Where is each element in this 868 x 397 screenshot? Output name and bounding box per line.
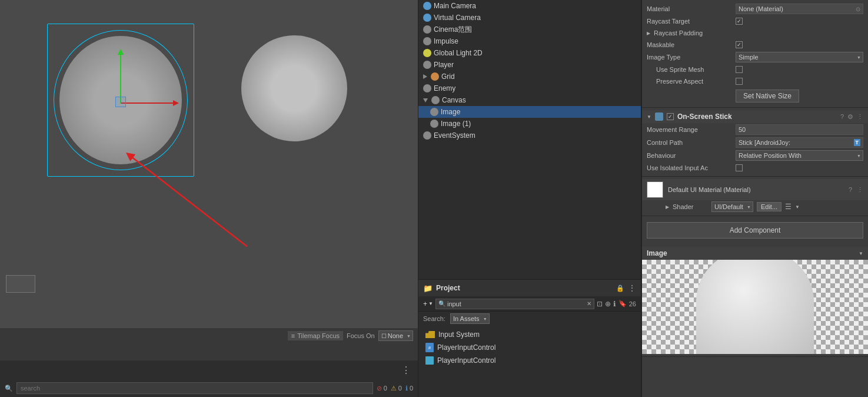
collapse-icon	[423, 98, 428, 102]
preserve-aspect-label: Preserve Aspect	[647, 78, 732, 85]
component-icon	[655, 113, 663, 121]
lock-icon[interactable]: 🔒	[616, 284, 624, 292]
more-icon[interactable]: ⋮	[857, 113, 863, 121]
camera-icon	[423, 14, 431, 22]
camera-icon	[423, 2, 431, 10]
project-search-value: input	[447, 300, 587, 307]
scene-panel: ≡ Tilemap Focus Focus On ☐ None ⋮ 🔍 ⊘ 0 …	[0, 0, 418, 397]
use-sprite-mesh-checkbox[interactable]	[736, 66, 743, 73]
chevron-down-icon: ▼	[428, 301, 433, 306]
image-preview-title: Image	[647, 249, 855, 257]
scene-view[interactable]	[0, 0, 418, 328]
movement-range-value[interactable]: 50	[736, 124, 863, 135]
project-search-box[interactable]: 🔍 input ✕	[435, 299, 594, 309]
material-name: Default UI Material (Material)	[668, 186, 844, 193]
tilemap-focus-dropdown[interactable]: ☐ None	[378, 330, 413, 341]
raycast-target-row: Raycast Target	[642, 15, 868, 27]
project-items-list: Input System # PlayerInputControl Player…	[418, 326, 641, 397]
image-preview-canvas	[642, 260, 868, 354]
use-isolated-row: Use Isolated Input Ac	[642, 162, 868, 174]
object-icon	[423, 131, 431, 140]
project-item-player-input-script[interactable]: # PlayerInputControl	[423, 341, 636, 354]
maskable-label: Maskable	[647, 41, 732, 48]
add-component-button[interactable]: Add Component	[647, 222, 863, 239]
hierarchy-item-eventsystem[interactable]: EventSystem	[418, 130, 641, 141]
image-type-dropdown[interactable]: Simple	[736, 52, 863, 62]
behaviour-label: Behaviour	[647, 152, 732, 159]
search-label: Search:	[423, 315, 445, 322]
search-scope-dropdown[interactable]: In Assets	[450, 313, 490, 324]
use-sprite-mesh-row: Use Sprite Mesh	[642, 64, 868, 75]
info-icon[interactable]: ℹ	[613, 300, 616, 308]
hierarchy-item-grid[interactable]: Grid	[418, 71, 641, 82]
shader-dropdown[interactable]: UI/Default	[711, 201, 753, 212]
script-icon: #	[425, 343, 434, 352]
control-path-value[interactable]: Stick [AndroidJoy: T	[736, 137, 863, 148]
component-enabled-checkbox[interactable]	[667, 113, 674, 120]
material-more-icon[interactable]: ⋮	[857, 186, 863, 194]
maskable-checkbox[interactable]	[736, 41, 743, 48]
expand-icon[interactable]: ▼	[859, 251, 863, 256]
use-isolated-checkbox[interactable]	[736, 164, 743, 171]
set-native-size-button[interactable]: Set Native Size	[736, 90, 799, 102]
project-item-player-input-asset[interactable]: PlayerInputControl	[423, 354, 636, 367]
plus-icon: +	[423, 300, 427, 308]
hierarchy-item-player[interactable]: Player	[418, 59, 641, 71]
hierarchy-item-canvas[interactable]: Canvas	[418, 94, 641, 106]
filter-icon[interactable]: ⊕	[605, 300, 611, 308]
preserve-aspect-checkbox[interactable]	[736, 78, 743, 85]
image-type-row: Image Type Simple	[642, 51, 868, 64]
settings-icon[interactable]: ⚙	[847, 113, 853, 121]
scene-circle-right	[241, 35, 347, 141]
control-path-row: Control Path Stick [AndroidJoy: T	[642, 136, 868, 149]
dropdown-icon[interactable]: ▼	[795, 204, 800, 210]
material-help-icon[interactable]: ?	[849, 186, 852, 193]
raycast-target-checkbox[interactable]	[736, 18, 743, 25]
focus-on-label: Focus On	[347, 332, 375, 339]
hierarchy-item-main-camera[interactable]: Main Camera	[418, 0, 641, 12]
help-icon[interactable]: ?	[840, 113, 844, 120]
project-header: 📁 Project 🔒 ⋮	[418, 280, 641, 296]
scene-object-right	[235, 24, 353, 171]
behaviour-dropdown[interactable]: Relative Position With	[736, 150, 863, 161]
collapse-icon[interactable]: ▶	[666, 204, 669, 210]
circle-dot-icon: ⊙	[856, 6, 860, 12]
set-native-size-row: Set Native Size	[642, 87, 868, 105]
search-icon: 🔍	[5, 385, 13, 392]
hierarchy-item-enemy[interactable]: Enemy	[418, 82, 641, 94]
collapse-triangle[interactable]: ▶	[647, 31, 650, 36]
object-icon	[431, 96, 440, 104]
hierarchy-item-image-1[interactable]: Image (1)	[418, 118, 641, 130]
section-collapse-icon[interactable]: ▼	[647, 114, 651, 120]
hierarchy-item-global-light[interactable]: Global Light 2D	[418, 47, 641, 59]
error-badge: ⊘ 0	[377, 385, 387, 392]
add-button[interactable]: + ▼	[423, 300, 433, 308]
frame-icon[interactable]: ⊡	[597, 300, 603, 308]
material-row-inspector: Material None (Material) ⊙	[642, 2, 868, 15]
hierarchy-item-cinema[interactable]: Cinema范围	[418, 24, 641, 35]
shader-row: ▶ Shader UI/Default Edit... ☰ ▼	[642, 200, 868, 213]
image-type-label: Image Type	[647, 54, 732, 61]
three-dots-icon[interactable]: ⋮	[401, 365, 411, 376]
console-search-input[interactable]	[16, 382, 373, 394]
scene-bottom-bar: ≡ Tilemap Focus Focus On ☐ None	[0, 328, 418, 360]
project-title: Project	[436, 284, 613, 292]
image-component-section: Material None (Material) ⊙ Raycast Targe…	[642, 0, 868, 108]
material-value[interactable]: None (Material) ⊙	[736, 4, 863, 14]
cube-icon	[431, 72, 439, 81]
shader-edit-button[interactable]: Edit...	[757, 202, 781, 211]
scene-object-left	[47, 24, 194, 177]
material-label: Material	[647, 5, 732, 12]
project-item-input-system[interactable]: Input System	[423, 328, 636, 341]
folder-icon: 📁	[423, 284, 433, 293]
status-bar: 🔍 ⊘ 0 ⚠ 0 ℹ 0	[0, 379, 418, 397]
list-icon[interactable]: ☰	[785, 203, 791, 211]
object-icon	[423, 37, 431, 45]
scene-canvas	[0, 0, 418, 328]
hierarchy-item-impulse[interactable]: Impulse	[418, 35, 641, 47]
hierarchy-item-virtual-camera[interactable]: Virtual Camera	[418, 12, 641, 24]
search-clear-button[interactable]: ✕	[587, 300, 591, 307]
hierarchy-item-image[interactable]: Image	[418, 106, 641, 118]
tilemap-icon: ≡	[291, 332, 295, 339]
project-menu-icon[interactable]: ⋮	[628, 283, 636, 293]
